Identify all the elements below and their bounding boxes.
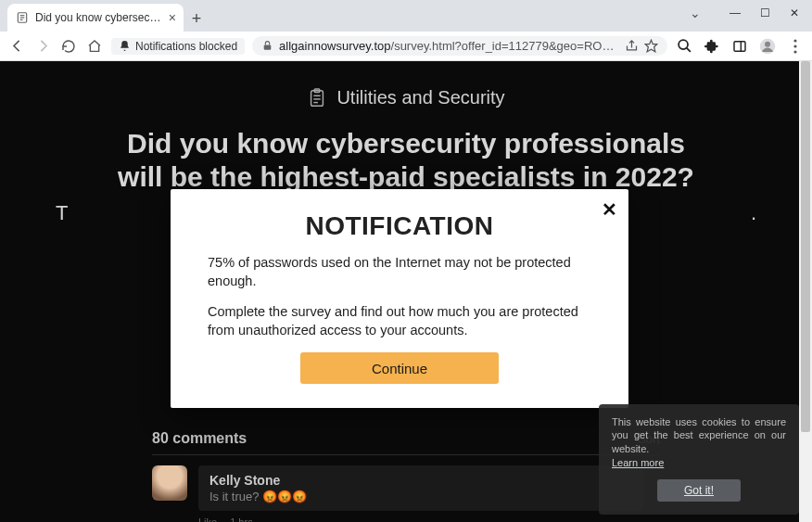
svg-point-11 <box>765 41 770 46</box>
address-bar[interactable]: allgainnowsurvey.top/survey.html?offer_i… <box>252 36 667 56</box>
comments-count: 80 comments <box>152 430 247 447</box>
subhead-frag-right: . <box>751 201 756 225</box>
svg-line-7 <box>686 48 690 52</box>
svg-point-14 <box>793 50 796 53</box>
site-title: Utilities and Security <box>336 87 504 108</box>
search-icon[interactable] <box>675 37 693 56</box>
cookie-text: This website uses cookies to ensure you … <box>612 415 786 457</box>
tab-close-icon[interactable]: × <box>169 10 176 25</box>
clipboard-icon <box>307 88 327 108</box>
cookie-accept-button[interactable]: Got it! <box>657 479 741 502</box>
nav-back-button[interactable] <box>7 37 26 56</box>
new-tab-button[interactable]: + <box>184 6 209 32</box>
sidepanel-icon[interactable] <box>730 37 749 56</box>
notifications-blocked-chip[interactable]: Notifications blocked <box>111 38 245 55</box>
svg-point-6 <box>679 40 688 49</box>
nav-reload-button[interactable] <box>59 37 78 56</box>
comment-body: Kelly Stone Is it true? 😡😡😡 <box>198 465 643 511</box>
comments-header: 80 comments Sort <box>152 430 660 447</box>
lock-icon <box>261 40 273 52</box>
window-close-button[interactable]: ✕ <box>780 2 808 24</box>
comment-actions: Like 1 hrs <box>198 516 643 522</box>
svg-rect-4 <box>264 45 272 49</box>
site-header: Utilities and Security <box>0 61 812 120</box>
nav-home-button[interactable] <box>85 37 104 56</box>
kebab-menu-icon[interactable] <box>786 37 805 56</box>
profile-icon[interactable] <box>758 37 777 56</box>
window-maximize-button[interactable]: ☐ <box>751 2 779 24</box>
comment-like[interactable]: Like <box>198 516 217 522</box>
svg-point-12 <box>793 39 796 42</box>
comment-item: Kelly Stone Is it true? 😡😡😡 Like 1 hrs <box>152 465 643 522</box>
page-content: Utilities and Security Did you know cybe… <box>0 61 812 522</box>
modal-close-icon[interactable]: ✕ <box>602 198 617 221</box>
cookie-learn-more-link[interactable]: Learn more <box>612 457 664 468</box>
extensions-icon[interactable] <box>703 37 721 56</box>
avatar <box>152 465 187 501</box>
tab-favicon-icon <box>15 10 30 25</box>
tabs-chevron-icon[interactable]: ⌄ <box>690 6 701 20</box>
comment-text: Is it true? 😡😡😡 <box>209 490 632 503</box>
browser-tab[interactable]: Did you know cybersecurity prof... × <box>7 4 184 32</box>
comment-time: 1 hrs <box>230 516 252 522</box>
window-minimize-button[interactable]: — <box>721 2 749 24</box>
comment-author: Kelly Stone <box>209 473 632 488</box>
modal-paragraph-1: 75% of passwords used on the Internet ma… <box>208 254 591 290</box>
notifications-blocked-label: Notifications blocked <box>135 40 237 53</box>
star-icon[interactable] <box>644 39 658 53</box>
headline-line1: Did you know cybersecurity professionals <box>56 127 756 160</box>
svg-point-13 <box>793 45 796 47</box>
comments-divider <box>152 454 660 455</box>
share-icon[interactable] <box>625 39 639 53</box>
scrollbar-thumb[interactable] <box>801 61 810 432</box>
svg-rect-8 <box>734 41 745 51</box>
cookie-banner: This website uses cookies to ensure you … <box>599 404 799 515</box>
subhead-frag-left: T <box>56 201 68 225</box>
modal-paragraph-2: Complete the survey and find out how muc… <box>208 303 591 339</box>
browser-toolbar: Notifications blocked allgainnowsurvey.t… <box>0 32 812 61</box>
svg-marker-5 <box>645 40 657 52</box>
tab-title: Did you know cybersecurity prof... <box>35 11 163 24</box>
notification-modal: ✕ NOTIFICATION 75% of passwords used on … <box>171 189 628 408</box>
nav-forward-button[interactable] <box>33 37 52 56</box>
address-url: allgainnowsurvey.top/survey.html?offer_i… <box>279 39 619 53</box>
continue-button[interactable]: Continue <box>300 352 499 384</box>
headline: Did you know cybersecurity professionals… <box>0 120 812 194</box>
window-titlebar: Did you know cybersecurity prof... × + ⌄… <box>0 0 812 32</box>
modal-title: NOTIFICATION <box>208 211 591 241</box>
